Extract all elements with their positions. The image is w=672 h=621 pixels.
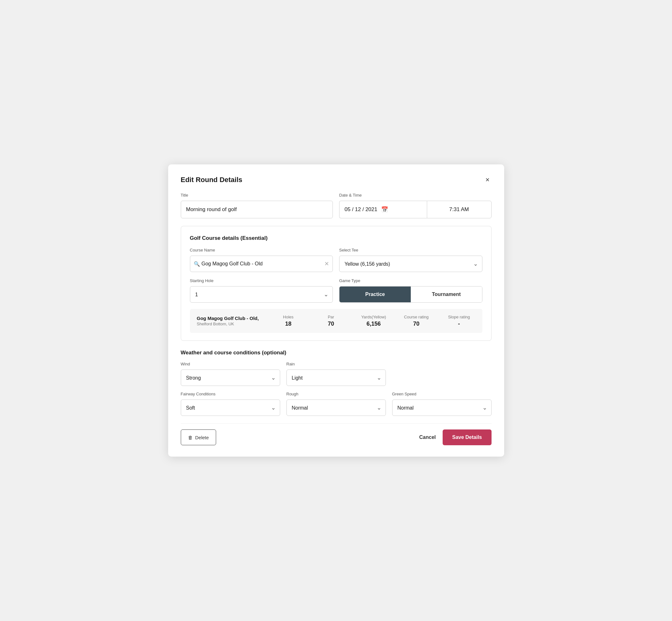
starting-hole-dropdown[interactable]: 123 456 78910	[190, 286, 333, 303]
clear-icon[interactable]: ✕	[324, 260, 329, 267]
slope-rating-value: -	[458, 321, 460, 327]
wind-label: Wind	[181, 362, 280, 366]
title-field-group: Title	[181, 193, 333, 218]
save-button[interactable]: Save Details	[443, 429, 491, 445]
course-info-box: Gog Magog Golf Club - Old, Shelford Bott…	[190, 309, 482, 333]
date-part[interactable]: 05 / 12 / 2021 📅	[339, 201, 427, 218]
datetime-label: Date & Time	[339, 193, 492, 198]
footer-right: Cancel Save Details	[419, 429, 492, 445]
course-section-title: Golf Course details (Essential)	[190, 235, 482, 241]
game-type-group: Game Type Practice Tournament	[339, 278, 482, 303]
cancel-button[interactable]: Cancel	[419, 434, 436, 440]
course-section: Golf Course details (Essential) Course N…	[181, 226, 492, 341]
title-input[interactable]	[181, 201, 333, 218]
datetime-row: 05 / 12 / 2021 📅 7:31 AM	[339, 201, 492, 218]
course-name-display: Gog Magog Golf Club - Old,	[197, 316, 262, 321]
stat-par: Par 70	[314, 315, 347, 327]
rough-label: Rough	[287, 391, 386, 396]
stat-course-rating: Course rating 70	[400, 315, 432, 327]
datetime-field-group: Date & Time 05 / 12 / 2021 📅 7:31 AM	[339, 193, 492, 218]
select-tee-group: Select Tee Yellow (6,156 yards) White Re…	[339, 248, 482, 272]
game-type-toggle: Practice Tournament	[339, 286, 482, 303]
fairway-label: Fairway Conditions	[181, 391, 280, 396]
tournament-button[interactable]: Tournament	[411, 287, 482, 302]
date-value: 05 / 12 / 2021	[344, 206, 377, 213]
modal-title: Edit Round Details	[181, 176, 243, 184]
hole-gametype-row: Starting Hole 123 456 78910 ⌄ Game Type …	[190, 278, 482, 303]
fairway-rough-green-row: Fairway Conditions FirmNormal SoftWet ⌄ …	[181, 391, 492, 416]
green-speed-label: Green Speed	[392, 391, 492, 396]
rough-group: Rough ShortNormal LongVery Long ⌄	[287, 391, 386, 416]
course-location: Shelford Bottom, UK	[197, 322, 262, 326]
select-tee-dropdown[interactable]: Yellow (6,156 yards) White Red Blue	[339, 256, 482, 272]
course-name-input[interactable]	[190, 256, 333, 272]
trash-icon: 🗑	[188, 435, 193, 440]
rain-label: Rain	[287, 362, 386, 366]
rain-select-wrap: NoneLight ModerateHeavy ⌄	[287, 370, 386, 386]
rain-dropdown[interactable]: NoneLight ModerateHeavy	[287, 370, 386, 386]
course-search-wrap: 🔍 ✕	[190, 256, 333, 272]
starting-hole-label: Starting Hole	[190, 278, 333, 283]
course-name-group: Course Name 🔍 ✕	[190, 248, 333, 272]
fairway-group: Fairway Conditions FirmNormal SoftWet ⌄	[181, 391, 280, 416]
green-speed-dropdown[interactable]: SlowNormal FastVery Fast	[392, 400, 492, 416]
conditions-title: Weather and course conditions (optional)	[181, 349, 492, 356]
holes-label: Holes	[283, 315, 293, 319]
course-tee-row: Course Name 🔍 ✕ Select Tee Yellow (6,156…	[190, 248, 482, 272]
course-name-label: Course Name	[190, 248, 333, 252]
game-type-label: Game Type	[339, 278, 482, 283]
wind-dropdown[interactable]: CalmLightModerate StrongVery Strong	[181, 370, 280, 386]
green-speed-group: Green Speed SlowNormal FastVery Fast ⌄	[392, 391, 492, 416]
wind-select-wrap: CalmLightModerate StrongVery Strong ⌄	[181, 370, 280, 386]
stat-slope-rating: Slope rating -	[443, 315, 475, 327]
starting-hole-wrap: 123 456 78910 ⌄	[190, 286, 333, 303]
time-part[interactable]: 7:31 AM	[427, 201, 492, 218]
course-rating-value: 70	[413, 321, 420, 327]
top-row: Title Date & Time 05 / 12 / 2021 📅 7:31 …	[181, 193, 492, 218]
close-button[interactable]: ×	[484, 176, 492, 184]
delete-label: Delete	[195, 435, 209, 440]
rain-group: Rain NoneLight ModerateHeavy ⌄	[287, 362, 386, 386]
fairway-select-wrap: FirmNormal SoftWet ⌄	[181, 400, 280, 416]
title-label: Title	[181, 193, 333, 198]
delete-button[interactable]: 🗑 Delete	[181, 429, 216, 445]
holes-value: 18	[285, 321, 292, 327]
rough-select-wrap: ShortNormal LongVery Long ⌄	[287, 400, 386, 416]
green-speed-select-wrap: SlowNormal FastVery Fast ⌄	[392, 400, 492, 416]
practice-button[interactable]: Practice	[339, 287, 411, 302]
course-info-name: Gog Magog Golf Club - Old, Shelford Bott…	[197, 316, 262, 326]
edit-round-modal: Edit Round Details × Title Date & Time 0…	[168, 164, 504, 457]
par-label: Par	[328, 315, 334, 319]
time-value: 7:31 AM	[449, 206, 469, 213]
modal-header: Edit Round Details ×	[181, 176, 492, 184]
calendar-icon: 📅	[381, 206, 388, 213]
slope-rating-label: Slope rating	[448, 315, 470, 319]
rough-dropdown[interactable]: ShortNormal LongVery Long	[287, 400, 386, 416]
yards-value: 6,156	[367, 321, 381, 327]
course-rating-label: Course rating	[404, 315, 429, 319]
select-tee-wrap: Yellow (6,156 yards) White Red Blue ⌄	[339, 256, 482, 272]
fairway-dropdown[interactable]: FirmNormal SoftWet	[181, 400, 280, 416]
stat-yards: Yards(Yellow) 6,156	[358, 315, 390, 327]
par-value: 70	[328, 321, 334, 327]
stat-holes: Holes 18	[272, 315, 304, 327]
wind-rain-row: Wind CalmLightModerate StrongVery Strong…	[181, 362, 492, 386]
select-tee-label: Select Tee	[339, 248, 482, 252]
starting-hole-group: Starting Hole 123 456 78910 ⌄	[190, 278, 333, 303]
yards-label: Yards(Yellow)	[361, 315, 386, 319]
footer-row: 🗑 Delete Cancel Save Details	[181, 423, 492, 445]
wind-group: Wind CalmLightModerate StrongVery Strong…	[181, 362, 280, 386]
search-icon: 🔍	[194, 261, 200, 267]
conditions-section: Weather and course conditions (optional)…	[181, 349, 492, 416]
